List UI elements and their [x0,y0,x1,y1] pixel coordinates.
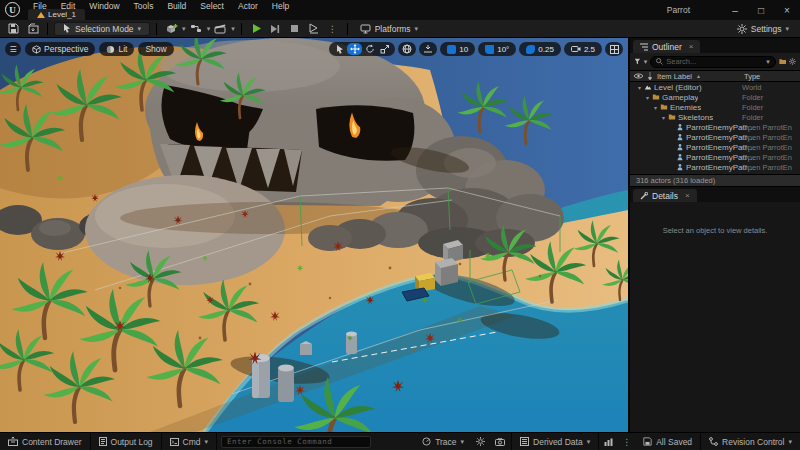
status-kebab-menu[interactable]: ⋮ [618,437,635,447]
outliner-row[interactable]: ▾EnemiesFolder [630,102,800,112]
settings-label: Settings [751,24,782,34]
pin-column-icon[interactable] [647,72,653,80]
filter-icon[interactable] [634,57,641,66]
outliner-row[interactable]: ▾SkeletonsFolder [630,112,800,122]
revision-control-dropdown[interactable]: Revision Control ▾ [701,433,800,450]
all-saved-button[interactable]: All Saved [635,433,701,450]
close-icon[interactable]: × [689,42,694,51]
surface-snapping-toggle[interactable] [419,42,437,56]
outliner-row[interactable]: ParrotEnemyPatrolRigActOpen ParrotEn [630,132,800,142]
add-actor-button[interactable] [163,21,180,36]
grid-snap-icon [447,45,456,54]
minimize-button[interactable]: – [722,0,748,20]
outliner-settings-gear-icon[interactable] [789,57,796,66]
folder-options-icon[interactable] [779,57,786,66]
transform-tools [329,42,395,56]
trace-dropdown[interactable]: Trace ▾ [414,433,472,450]
cinematics-button[interactable] [212,21,229,36]
window-title: Parrot [667,0,690,20]
close-button[interactable]: × [774,0,800,20]
gear-icon [737,24,747,34]
rotate-tool[interactable] [362,43,377,55]
menu-select[interactable]: Select [193,1,231,11]
play-button[interactable] [248,21,265,36]
search-input[interactable] [666,57,763,66]
outliner-row-type[interactable]: Folder [742,103,800,112]
move-tool[interactable] [347,43,362,55]
scale-snap-value: 0.25 [538,45,554,54]
outliner-row-type[interactable]: Open ParrotEn [742,163,800,172]
platforms-dropdown[interactable]: Platforms ▾ [354,21,424,36]
menu-window[interactable]: Window [82,1,126,11]
level-tab[interactable]: Level_1 [28,9,85,20]
settings-dropdown[interactable]: Settings ▾ [731,21,795,36]
show-dropdown[interactable]: Show [138,42,173,56]
cmd-dropdown[interactable]: Cmd ▾ [162,433,217,450]
details-tab[interactable]: Details × [633,189,697,202]
scale-snap-toggle[interactable]: 0.25 [519,42,561,56]
save-button[interactable] [5,21,22,36]
blueprints-button[interactable] [188,21,205,36]
item-label-column-header[interactable]: Item Label [657,72,692,81]
outliner-row-type[interactable]: Folder [742,93,800,102]
expand-caret-icon[interactable]: ▾ [652,104,659,111]
play-options-kebab[interactable]: ⋮ [324,21,341,36]
stop-button[interactable] [286,21,303,36]
menu-help[interactable]: Help [265,1,296,11]
sort-ascending-icon: ▲ [696,73,701,79]
menu-actor[interactable]: Actor [231,1,265,11]
select-tool[interactable] [332,43,347,55]
coordinate-space-toggle[interactable] [398,42,416,56]
menu-build[interactable]: Build [160,1,193,11]
camera-speed[interactable]: 2.5 [564,42,602,56]
outliner-row[interactable]: ParrotEnemyPatrolRigActOpen ParrotEn [630,152,800,162]
content-drawer-button[interactable]: Content Drawer [0,433,91,450]
grid-snap-toggle[interactable]: 10 [440,42,475,56]
visibility-eye-icon[interactable] [634,73,643,79]
expand-caret-icon[interactable]: ▾ [660,114,667,121]
maximize-viewport-button[interactable] [605,42,623,56]
expand-caret-icon[interactable]: ▾ [636,84,643,91]
screenshot-button[interactable] [489,433,512,450]
perspective-icon [32,45,41,54]
type-column-header[interactable]: Type [744,72,760,81]
session-settings-button[interactable] [472,433,489,450]
outliner-search[interactable]: ▾ [650,56,776,68]
outliner-row[interactable]: ParrotEnemyPatrolRigActOpen ParrotEn [630,162,800,172]
lit-dropdown[interactable]: Lit [99,42,134,56]
scale-tool[interactable] [377,43,392,55]
outliner-row[interactable]: ParrotEnemyPatrolRigActOpen ParrotEn [630,142,800,152]
rotation-snap-toggle[interactable]: 10° [478,42,516,56]
viewport-scene[interactable] [0,38,628,432]
bar-chart-icon [604,438,613,446]
skip-frame-button[interactable] [267,21,284,36]
actor-icon [676,123,684,131]
outliner-row[interactable]: ▾Level (Editor)World [630,82,800,92]
outliner-row-type[interactable]: Open ParrotEn [742,123,800,132]
launch-button[interactable] [305,21,322,36]
console-command-input[interactable] [221,436,371,448]
derived-data-dropdown[interactable]: Derived Data ▾ [512,433,599,450]
scale-icon [380,44,390,54]
close-icon[interactable]: × [685,191,690,200]
outliner-row-type[interactable]: Open ParrotEn [742,143,800,152]
viewport-options-menu[interactable]: ☰ [5,42,21,56]
outliner-tab[interactable]: Outliner × [633,40,700,53]
outliner-row[interactable]: ParrotEnemyPatrolRigActOpen ParrotEn [630,122,800,132]
output-log-button[interactable]: Output Log [91,433,162,450]
maximize-button[interactable]: □ [748,0,774,20]
expand-caret-icon[interactable]: ▾ [644,94,651,101]
level-viewport[interactable]: ☰ Perspective Lit Show [0,38,628,432]
outliner-row-type[interactable]: Folder [742,113,800,122]
insights-button[interactable] [599,433,618,450]
outliner-row[interactable]: ▾GameplayFolder [630,92,800,102]
outliner-row-type[interactable]: Open ParrotEn [742,133,800,142]
menu-tools[interactable]: Tools [127,1,161,11]
import-content-button[interactable] [24,21,41,36]
actor-icon [676,133,684,141]
selection-mode-dropdown[interactable]: Selection Mode ▾ [54,22,150,36]
outliner-row-type[interactable]: Open ParrotEn [742,153,800,162]
outliner-row-type[interactable]: World [742,83,800,92]
perspective-dropdown[interactable]: Perspective [25,42,95,56]
unreal-editor-window: U FileEditWindowToolsBuildSelectActorHel… [0,0,800,450]
